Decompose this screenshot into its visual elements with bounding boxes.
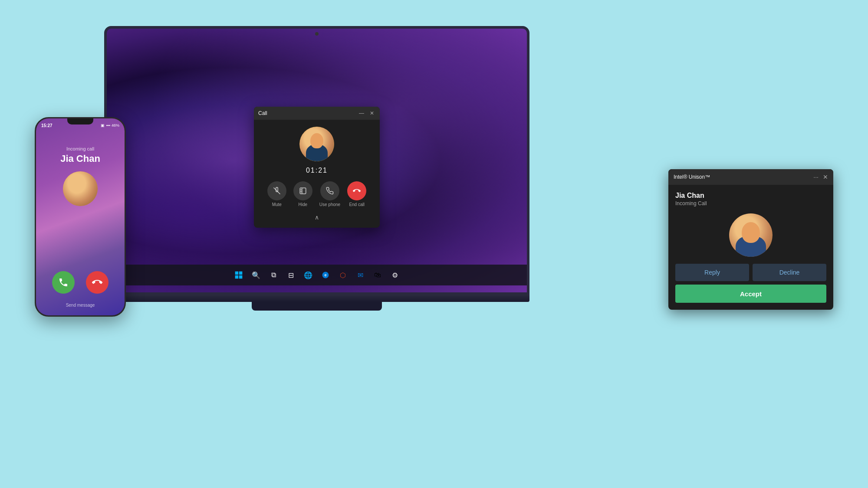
taskbar-office-icon[interactable]: ⬡ xyxy=(336,268,350,282)
phone-avatar-image xyxy=(63,171,98,206)
unison-close-button[interactable]: ✕ xyxy=(823,174,828,180)
laptop-base xyxy=(104,295,529,302)
end-call-icon xyxy=(347,181,366,200)
svg-rect-1 xyxy=(300,188,306,194)
call-window-content: 01:21 Mute xyxy=(254,120,380,228)
svg-rect-6 xyxy=(239,272,243,275)
phone-battery-icon: 46% xyxy=(112,123,119,128)
svg-rect-8 xyxy=(239,275,243,279)
use-phone-button[interactable]: Use phone xyxy=(319,181,340,207)
unison-titlebar: Intel® Unison™ ··· ✕ xyxy=(668,169,833,185)
phone-notch xyxy=(67,118,93,124)
call-window: Call — ✕ 01:21 xyxy=(254,107,380,228)
mute-label: Mute xyxy=(272,202,282,207)
unison-call-status: Incoming Call xyxy=(675,200,826,206)
phone-actions xyxy=(36,271,125,294)
taskbar-settings-icon[interactable]: ⚙ xyxy=(388,268,402,282)
svg-text:e: e xyxy=(324,273,326,277)
end-call-button[interactable]: End call xyxy=(347,181,366,207)
laptop-body: Call — ✕ 01:21 xyxy=(104,26,529,295)
hide-button[interactable]: Hide xyxy=(293,181,312,207)
phone-status-icons: ▣ ▪▪▪ 46% xyxy=(101,123,119,128)
close-button[interactable]: ✕ xyxy=(368,110,375,117)
mute-icon xyxy=(267,181,286,200)
use-phone-icon xyxy=(320,181,339,200)
phone-signal-icon: ▪▪▪ xyxy=(106,123,110,128)
use-phone-label: Use phone xyxy=(319,202,340,207)
caller-avatar xyxy=(299,127,334,161)
caller-avatar-face xyxy=(299,127,334,161)
svg-rect-7 xyxy=(235,275,239,279)
unison-body: Jia Chan Incoming Call Reply Decline Acc… xyxy=(668,185,833,310)
mute-button[interactable]: Mute xyxy=(267,181,286,207)
hide-label: Hide xyxy=(299,202,308,207)
phone-time: 15:27 xyxy=(41,123,53,128)
taskbar-search-icon[interactable]: 🔍 xyxy=(249,268,263,282)
phone-accept-button[interactable] xyxy=(52,271,75,294)
taskbar: 🔍 ⧉ ⊟ 🌐 e ⬡ ✉ 🛍 ⚙ xyxy=(107,265,527,285)
hide-icon xyxy=(293,181,312,200)
phone: 15:27 ▣ ▪▪▪ 46% Incoming call Jia Chan xyxy=(35,117,126,317)
taskbar-mail-icon[interactable]: ✉ xyxy=(353,268,367,282)
taskbar-browser-icon[interactable]: 🌐 xyxy=(301,268,315,282)
unison-title: Intel® Unison™ xyxy=(674,174,710,180)
minimize-button[interactable]: — xyxy=(358,110,365,117)
svg-line-0 xyxy=(273,188,280,194)
laptop: Call — ✕ 01:21 xyxy=(104,26,529,321)
taskbar-widgets-icon[interactable]: ⊟ xyxy=(284,268,298,282)
unison-more-button[interactable]: ··· xyxy=(813,174,819,180)
phone-incoming-label: Incoming call xyxy=(66,146,94,151)
phone-send-message[interactable]: Send message xyxy=(66,303,95,308)
call-timer: 01:21 xyxy=(306,167,328,174)
unison-caller-name: Jia Chan xyxy=(675,192,826,200)
collapse-chevron[interactable]: ∧ xyxy=(315,214,319,221)
unison-avatar xyxy=(729,213,773,257)
call-window-titlebar: Call — ✕ xyxy=(254,107,380,120)
end-call-label: End call xyxy=(349,202,365,207)
laptop-stand xyxy=(252,302,382,311)
unison-action-buttons: Reply Decline xyxy=(675,264,826,281)
phone-caller-name: Jia Chan xyxy=(60,153,100,164)
phone-screen: 15:27 ▣ ▪▪▪ 46% Incoming call Jia Chan xyxy=(36,118,125,315)
svg-rect-5 xyxy=(235,272,239,275)
accept-button[interactable]: Accept xyxy=(675,285,826,303)
taskbar-task-view-icon[interactable]: ⧉ xyxy=(266,268,280,282)
phone-avatar xyxy=(63,171,98,206)
taskbar-windows-icon[interactable] xyxy=(232,268,246,282)
call-window-controls: — ✕ xyxy=(358,110,375,117)
call-window-title: Call xyxy=(258,110,267,116)
laptop-screen: Call — ✕ 01:21 xyxy=(107,29,527,292)
unison-panel: Intel® Unison™ ··· ✕ Jia Chan Incoming C… xyxy=(668,169,833,310)
taskbar-edge-icon[interactable]: e xyxy=(319,268,332,282)
taskbar-store-icon[interactable]: 🛍 xyxy=(371,268,385,282)
laptop-camera xyxy=(315,32,319,36)
unison-controls: ··· ✕ xyxy=(813,174,828,180)
decline-button[interactable]: Decline xyxy=(753,264,826,281)
phone-wifi-icon: ▣ xyxy=(101,123,105,128)
call-actions: Mute Hide xyxy=(267,181,366,207)
reply-button[interactable]: Reply xyxy=(675,264,749,281)
phone-decline-button[interactable] xyxy=(86,271,108,294)
